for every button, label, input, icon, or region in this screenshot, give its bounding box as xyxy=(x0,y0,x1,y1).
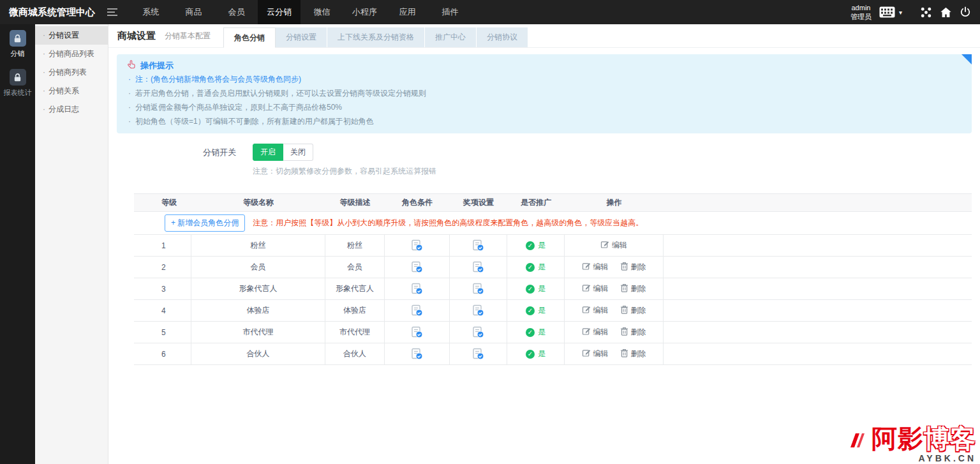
top-nav-item[interactable]: 小程序 xyxy=(343,0,386,24)
delete-button[interactable]: 删除 xyxy=(620,283,646,294)
top-nav-item[interactable]: 应用 xyxy=(386,0,429,24)
sidebar-item[interactable]: ·分销设置 xyxy=(35,26,108,45)
tip-line: ·分销返佣金额每个商品单独设定，原则上不高于商品价格50% xyxy=(127,101,960,114)
cell-condition xyxy=(385,300,450,321)
apps-icon[interactable] xyxy=(920,6,932,19)
edit-button[interactable]: 编辑 xyxy=(582,262,609,273)
tab[interactable]: 角色分销 xyxy=(223,27,276,48)
cell-name: 合伙人 xyxy=(191,343,325,364)
sidebar-item[interactable]: ·分销商品列表 xyxy=(35,45,108,63)
tab[interactable]: 上下线关系及分销资格 xyxy=(327,27,425,47)
edit-button[interactable]: 编辑 xyxy=(582,327,609,338)
edit-icon xyxy=(582,262,591,273)
reward-doc-check-icon[interactable] xyxy=(472,304,484,317)
condition-doc-check-icon[interactable] xyxy=(411,239,423,251)
lock-icon xyxy=(10,69,26,86)
column-header: 等级名称 xyxy=(191,194,325,211)
condition-doc-check-icon[interactable] xyxy=(411,304,423,317)
add-role-button[interactable]: + 新增会员角色分佣 xyxy=(165,214,245,232)
edit-icon xyxy=(600,240,609,251)
cell-level: 5 xyxy=(134,322,191,343)
column-header: 角色条件 xyxy=(385,194,450,211)
reward-doc-check-icon[interactable] xyxy=(472,283,484,295)
cell-actions: 编辑 删除 xyxy=(565,300,664,321)
cell-name: 粉丝 xyxy=(191,235,325,256)
cell-promote: ✓是 xyxy=(507,278,565,299)
delete-icon xyxy=(620,327,628,338)
edit-button[interactable]: 编辑 xyxy=(582,305,609,316)
cell-reward xyxy=(450,257,507,278)
watermark-logo-icon xyxy=(849,431,868,450)
cell-name: 形象代言人 xyxy=(191,278,325,299)
cell-reward xyxy=(450,343,507,364)
user-info[interactable]: admin 管理员 xyxy=(850,3,872,22)
reward-doc-check-icon[interactable] xyxy=(472,326,484,338)
sidebar-item[interactable]: ·分销关系 xyxy=(35,82,108,100)
top-nav-item[interactable]: 会员 xyxy=(215,0,258,24)
cell-level: 3 xyxy=(134,278,191,299)
home-icon[interactable] xyxy=(940,6,952,19)
roles-table: 等级等级名称等级描述角色条件奖项设置是否推广操作 + 新增会员角色分佣 注意：用… xyxy=(134,193,972,365)
lock-icon xyxy=(10,30,26,47)
table-row: 5 市代代理 市代代理 ✓是 编辑 删除 xyxy=(134,322,972,343)
tip-line: ·初始角色（等级=1）可编辑不可删除，所有新建的用户都属于初始角色 xyxy=(127,116,960,128)
chevron-down-icon[interactable]: ▾ xyxy=(899,9,902,16)
delete-button[interactable]: 删除 xyxy=(620,327,646,338)
keyboard-icon[interactable] xyxy=(879,6,895,18)
delete-button[interactable]: 删除 xyxy=(620,262,646,273)
condition-doc-check-icon[interactable] xyxy=(411,261,423,273)
bullet: · xyxy=(43,105,45,114)
topbar-right: admin 管理员 ▾ xyxy=(850,3,980,22)
table-row: 2 会员 会员 ✓是 编辑 删除 xyxy=(134,257,972,278)
tab[interactable]: 分销设置 xyxy=(276,27,327,47)
tab[interactable]: 分销协议 xyxy=(477,27,528,47)
cell-actions: 编辑 删除 xyxy=(565,322,664,343)
switch-off-button[interactable]: 关闭 xyxy=(283,144,313,161)
tip-line: ·若开启角色分销，普通会员启用默认分销规则，还可以去设置分销商等级设定分销规则 xyxy=(127,87,960,100)
delete-button[interactable]: 删除 xyxy=(620,348,646,359)
sidebar-primary-item[interactable]: 报表统计 xyxy=(0,63,35,102)
top-nav-item[interactable]: 商品 xyxy=(172,0,215,24)
top-nav-item[interactable]: 插件 xyxy=(429,0,471,24)
reward-doc-check-icon[interactable] xyxy=(472,239,484,251)
cell-desc: 粉丝 xyxy=(325,235,385,256)
cell-promote: ✓是 xyxy=(507,322,565,343)
tips-title: 操作提示 xyxy=(140,60,174,71)
table-row: 3 形象代言人 形象代言人 ✓是 编辑 删除 xyxy=(134,278,972,300)
check-circle-icon: ✓ xyxy=(526,350,535,359)
delete-button[interactable]: 删除 xyxy=(620,305,646,316)
reward-doc-check-icon[interactable] xyxy=(472,261,484,273)
cell-desc: 体验店 xyxy=(325,300,385,321)
power-icon[interactable] xyxy=(960,6,971,18)
sidebar-item[interactable]: ·分销商列表 xyxy=(35,63,108,82)
sidebar-primary-item[interactable]: 分销 xyxy=(0,24,35,63)
switch-on-button[interactable]: 开启 xyxy=(253,144,283,161)
sidebar-secondary: ·分销设置·分销商品列表·分销商列表·分销关系·分成日志 xyxy=(35,24,108,464)
top-nav-item[interactable]: 系统 xyxy=(130,0,172,24)
edit-button[interactable]: 编辑 xyxy=(600,240,627,251)
condition-doc-check-icon[interactable] xyxy=(411,348,423,360)
edit-button[interactable]: 编辑 xyxy=(582,348,609,359)
cell-promote: ✓是 xyxy=(507,343,565,364)
cell-reward xyxy=(450,278,507,299)
top-nav-item[interactable]: 云分销 xyxy=(258,0,301,24)
column-header: 等级 xyxy=(134,194,191,211)
column-header: 等级描述 xyxy=(325,194,385,211)
condition-doc-check-icon[interactable] xyxy=(411,326,423,338)
sidebar-item[interactable]: ·分成日志 xyxy=(35,100,108,119)
top-nav-item[interactable]: 微信 xyxy=(301,0,343,24)
promote-yes-label: 是 xyxy=(538,348,546,359)
user-name: admin xyxy=(850,3,872,12)
cell-filler xyxy=(664,257,972,278)
edit-icon xyxy=(582,305,591,316)
edit-button[interactable]: 编辑 xyxy=(582,283,609,294)
tab[interactable]: 推广中心 xyxy=(425,27,477,47)
condition-doc-check-icon[interactable] xyxy=(411,283,423,295)
reward-doc-check-icon[interactable] xyxy=(472,348,484,360)
watermark-text: 阿影博客 AYBK.CN xyxy=(872,426,976,463)
cell-condition xyxy=(385,257,450,278)
delete-icon xyxy=(620,305,628,316)
menu-icon[interactable] xyxy=(101,0,123,24)
bullet: · xyxy=(43,68,45,77)
table-header: 等级等级名称等级描述角色条件奖项设置是否推广操作 xyxy=(134,193,972,212)
